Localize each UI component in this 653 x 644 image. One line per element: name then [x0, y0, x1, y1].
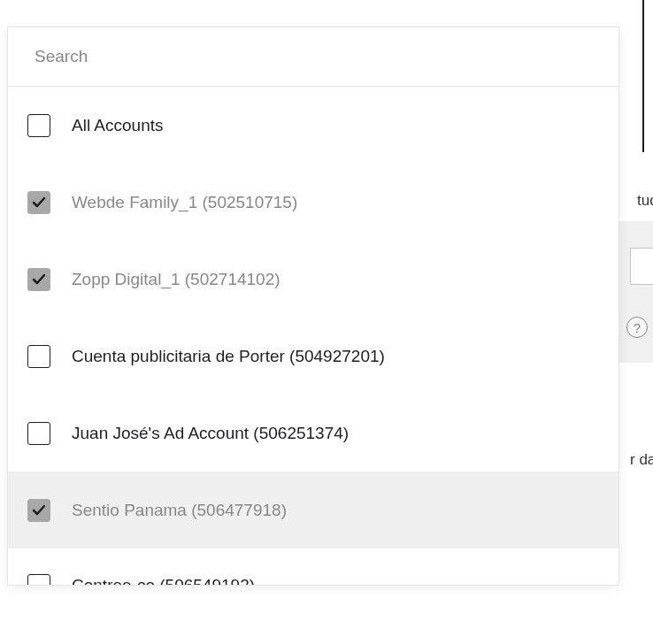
option-account[interactable]: Juan José's Ad Account (506251374): [8, 395, 618, 472]
check-icon: [31, 502, 47, 518]
checkbox-all[interactable]: [27, 114, 50, 137]
bg-text-fragment: r dat: [630, 451, 653, 469]
option-account[interactable]: Cuenta publicitaria de Porter (504927201…: [8, 318, 618, 395]
option-label: Zopp Digital_1 (502714102): [72, 270, 280, 289]
check-icon: [31, 272, 47, 288]
option-label: All Accounts: [72, 116, 164, 135]
checkbox[interactable]: [27, 574, 50, 585]
bg-input-fragment: [630, 248, 653, 285]
option-account[interactable]: Contree-co (506549192): [8, 548, 618, 585]
checkbox[interactable]: [27, 191, 50, 214]
account-dropdown: All Accounts Webde Family_1 (502510715) …: [7, 27, 619, 586]
bg-text-fragment: tud: [637, 192, 653, 210]
check-icon: [31, 195, 47, 211]
help-icon-label: ?: [634, 320, 641, 335]
bg-gray-panel: [619, 221, 653, 363]
option-label: Webde Family_1 (502510715): [72, 193, 297, 212]
option-label: Contree-co (506549192): [72, 576, 255, 585]
options-list: All Accounts Webde Family_1 (502510715) …: [8, 87, 618, 585]
option-all-accounts[interactable]: All Accounts: [8, 87, 618, 164]
checkbox[interactable]: [27, 499, 50, 522]
bg-line: [642, 0, 644, 152]
option-label: Juan José's Ad Account (506251374): [72, 424, 349, 443]
search-input[interactable]: [8, 27, 618, 86]
option-label: Sentio Panama (506477918): [72, 501, 287, 520]
option-account[interactable]: Sentio Panama (506477918): [8, 472, 618, 548]
option-account[interactable]: Zopp Digital_1 (502714102): [8, 241, 618, 318]
checkbox[interactable]: [27, 422, 50, 445]
checkbox[interactable]: [27, 345, 50, 368]
help-icon[interactable]: ?: [626, 317, 648, 338]
checkbox[interactable]: [27, 268, 50, 291]
option-account[interactable]: Webde Family_1 (502510715): [8, 164, 618, 241]
search-row: [8, 27, 618, 87]
option-label: Cuenta publicitaria de Porter (504927201…: [72, 347, 385, 366]
